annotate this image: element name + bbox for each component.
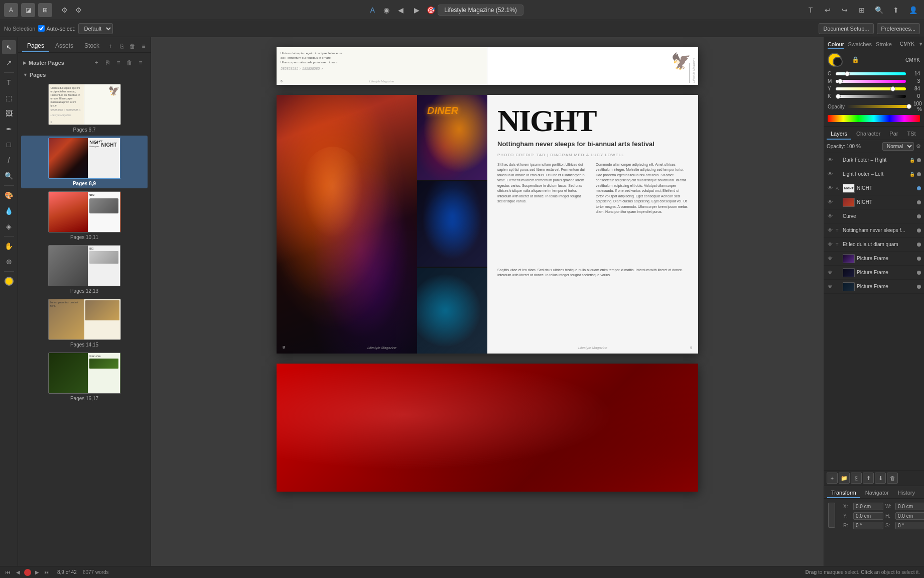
page-item-1415[interactable]: Lorem ipsum text content here. Pages 14,…	[21, 297, 148, 350]
transform-w-input[interactable]	[895, 503, 924, 510]
layer-lock-1[interactable]: 🔒	[909, 158, 915, 163]
document-setup-button[interactable]: Document Setup...	[819, 23, 873, 34]
layer-arrange-btn[interactable]: ⬆	[863, 473, 874, 484]
tab-assets[interactable]: Assets	[50, 40, 78, 52]
transform-x-input[interactable]	[853, 503, 883, 510]
layer-vis-pf1[interactable]: 👁	[827, 255, 834, 262]
panel-copy-btn[interactable]: ⎘	[116, 41, 126, 51]
shape-tool[interactable]: □	[2, 138, 16, 152]
page-item-67[interactable]: Ultrices dui sapien eget mi orci pret te…	[21, 82, 148, 135]
record-btn[interactable]	[24, 569, 31, 576]
text-tool[interactable]: T	[2, 75, 16, 89]
pages-section-header[interactable]: ▼ Pages	[18, 70, 151, 80]
layer-copy-btn[interactable]: ⎘	[851, 473, 862, 484]
direct-select-tool[interactable]: ↗	[2, 56, 16, 70]
app-icon-3[interactable]: ⊞	[38, 3, 52, 17]
panel-delete-btn[interactable]: 🗑	[127, 41, 138, 51]
color-tab-colour[interactable]: Colour	[828, 41, 844, 49]
document-title[interactable]: Lifestyle Magazine (52.1%)	[438, 5, 523, 16]
default-select[interactable]: Default	[78, 23, 113, 34]
color-mode-chevron[interactable]: ▼	[918, 41, 923, 49]
tab-character[interactable]: Character	[852, 129, 884, 140]
page-item-89[interactable]: NIGHT Nottingham never sleeps Pages 8,9	[21, 136, 148, 188]
text-tool-icon[interactable]: T	[804, 3, 818, 17]
page-item-1617[interactable]: Recurve Pages 16,17	[21, 351, 148, 403]
eyedropper-tool[interactable]: 💧	[2, 204, 16, 218]
layer-vis-et-leo[interactable]: 👁	[827, 241, 834, 248]
color-tab-stroke[interactable]: Stroke	[876, 41, 892, 49]
c-slider[interactable]	[836, 72, 906, 75]
transform-r-input[interactable]	[853, 522, 883, 529]
layer-night-img[interactable]: 👁 NIGHT	[824, 195, 924, 209]
master-delete-btn[interactable]: 🗑	[124, 58, 135, 68]
frame-text-tool[interactable]: ⬚	[2, 91, 16, 105]
master-add-btn[interactable]: +	[91, 58, 101, 68]
layer-picture-frame-3[interactable]: 👁 Picture Frame	[824, 280, 924, 294]
auto-select-checkbox[interactable]	[38, 25, 45, 32]
layer-picture-frame-1[interactable]: 👁 Picture Frame	[824, 252, 924, 266]
layer-et-leo[interactable]: 👁 T Et leo dula ut diam quam	[824, 238, 924, 252]
layer-add-btn[interactable]: +	[827, 473, 838, 484]
tab-layers[interactable]: Layers	[827, 129, 851, 140]
layer-picture-frame-2[interactable]: 👁 Picture Frame	[824, 266, 924, 280]
master-pages-header[interactable]: ▶ Master Pages + ⎘ ≡ 🗑 ≡	[18, 56, 151, 70]
layer-vis-night-text[interactable]: 👁	[827, 185, 834, 192]
page-item-1011[interactable]: 900 Pages 10,11	[21, 189, 148, 242]
image-tool[interactable]: 🖼	[2, 106, 16, 121]
hand-tool[interactable]: ✋	[2, 239, 16, 253]
transform-y-input[interactable]	[853, 512, 883, 520]
toolbar-right-icon[interactable]: ▶	[410, 3, 424, 17]
tab-stock[interactable]: Stock	[79, 40, 104, 52]
panel-add-btn[interactable]: +	[105, 41, 115, 51]
transform-s-input[interactable]	[895, 522, 924, 529]
layer-vis-pf2[interactable]: 👁	[827, 269, 834, 276]
tab-par[interactable]: Par	[885, 129, 902, 140]
pen-tool[interactable]: ✒	[2, 122, 16, 136]
master-arrange-btn[interactable]: ≡	[113, 58, 123, 68]
canvas-area[interactable]: Ultrices dui sapien eget mi orci pret le…	[151, 37, 824, 566]
tab-transform[interactable]: Transform	[827, 488, 860, 498]
color-tab-swatches[interactable]: Swatches	[848, 41, 872, 49]
layer-vis-dark-footer[interactable]: 👁	[827, 157, 834, 164]
nav-last-btn[interactable]: ⏭	[43, 568, 51, 576]
layer-light-footer-left[interactable]: 👁 Light Footer – Left 🔒	[824, 167, 924, 181]
settings2-icon[interactable]: ⚙	[71, 3, 85, 17]
nav-first-btn[interactable]: ⏮	[4, 568, 12, 576]
layer-curve[interactable]: 👁 Curve	[824, 209, 924, 223]
app-icon-2[interactable]: ◪	[21, 3, 35, 17]
tab-pages[interactable]: Pages	[22, 40, 49, 52]
share-icon[interactable]: ⬆	[889, 3, 903, 17]
layer-folder-btn[interactable]: 📁	[839, 473, 850, 484]
search-icon[interactable]: 🔍	[872, 3, 886, 17]
line-tool[interactable]: /	[2, 153, 16, 167]
undo-icon[interactable]: ↩	[821, 3, 835, 17]
layer-nottingham-text[interactable]: 👁 T Nottingham never sleeps f...	[824, 223, 924, 238]
preferences-button[interactable]: Preferences...	[877, 23, 920, 34]
transform-h-input[interactable]	[895, 512, 924, 520]
layer-vis-nottingham[interactable]: 👁	[827, 227, 834, 234]
color-lock-icon[interactable]: 🔒	[852, 56, 859, 63]
target-icon[interactable]: 🎯	[424, 3, 438, 17]
m-slider[interactable]	[836, 80, 906, 83]
blend-mode-select[interactable]: Normal	[882, 142, 914, 151]
master-copy-btn[interactable]: ⎘	[102, 58, 112, 68]
layer-vis-curve[interactable]: 👁	[827, 213, 834, 220]
color-spectrum[interactable]	[828, 115, 920, 122]
nav-prev-btn[interactable]: ◀	[14, 568, 22, 576]
layer-vis-night-img[interactable]: 👁	[827, 199, 834, 206]
user-icon[interactable]: 👤	[906, 3, 920, 17]
redo-icon[interactable]: ↪	[838, 3, 852, 17]
k-slider[interactable]	[836, 95, 906, 98]
tab-navigator[interactable]: Navigator	[861, 488, 893, 498]
layer-night-text[interactable]: 👁 A NIGHT NIGHT	[824, 181, 924, 195]
settings-icon[interactable]: ⚙	[57, 3, 71, 17]
opacity-slider[interactable]	[847, 105, 911, 108]
tab-history[interactable]: History	[894, 488, 919, 498]
paint-tool[interactable]: 🎨	[2, 188, 16, 202]
layer-lock-2[interactable]: 🔒	[909, 172, 915, 177]
y-slider[interactable]	[836, 87, 906, 90]
layer-arrange-dn-btn[interactable]: ⬇	[875, 473, 886, 484]
nav-next-btn[interactable]: ▶	[33, 568, 41, 576]
layer-dark-footer-right[interactable]: 👁 Dark Footer – Right 🔒	[824, 153, 924, 167]
select-tool[interactable]: ↖	[2, 40, 16, 54]
